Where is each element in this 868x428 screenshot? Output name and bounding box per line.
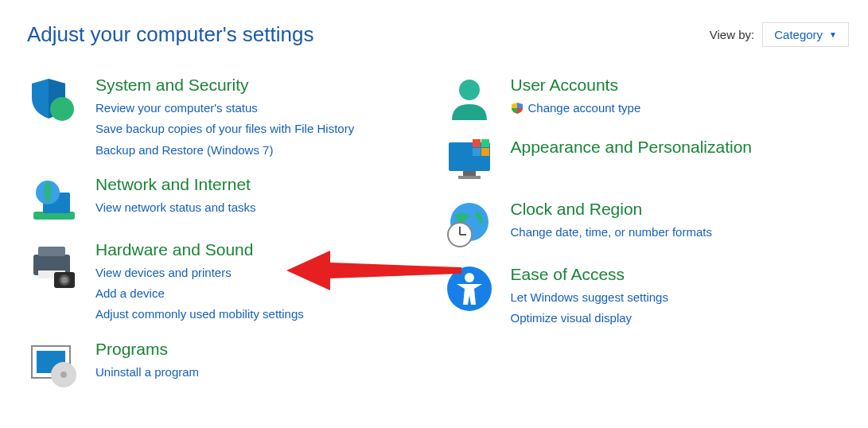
user-icon: [442, 76, 496, 123]
header: Adjust your computer's settings View by:…: [27, 22, 849, 47]
monitor-tiles-icon: [442, 138, 496, 185]
sub-link[interactable]: Change date, time, or number formats: [511, 222, 712, 243]
svg-rect-5: [38, 247, 65, 256]
sub-link[interactable]: Optimize visual display: [511, 308, 668, 329]
svg-point-9: [61, 277, 68, 283]
caret-down-icon: ▼: [829, 30, 837, 39]
uac-shield-icon: [511, 102, 524, 115]
sub-link[interactable]: Uninstall a program: [95, 362, 199, 383]
viewby-label: View by:: [710, 28, 754, 41]
viewby-control: View by: Category ▼: [710, 22, 849, 47]
viewby-select[interactable]: Category ▼: [762, 22, 849, 47]
annotation-arrow-icon: [286, 247, 461, 294]
category-link[interactable]: Appearance and Personalization: [511, 138, 753, 157]
category-columns: System and Security Review your computer…: [27, 76, 849, 405]
category-link[interactable]: Network and Internet: [95, 175, 256, 194]
sub-link[interactable]: Save backup copies of your files with Fi…: [95, 119, 354, 139]
sub-link[interactable]: View network status and tasks: [95, 197, 256, 218]
right-column: User Accounts Change account type Appear…: [442, 76, 850, 405]
category-link[interactable]: Ease of Access: [511, 265, 668, 284]
svg-marker-28: [286, 251, 461, 290]
svg-point-27: [465, 273, 474, 282]
globe-clock-icon: [442, 200, 496, 251]
svg-rect-17: [458, 176, 481, 179]
category-ease-of-access: Ease of Access Let Windows suggest setti…: [442, 265, 850, 329]
programs-disc-icon: [27, 340, 81, 391]
category-user-accounts: User Accounts Change account type: [442, 76, 850, 123]
svg-point-0: [50, 97, 74, 121]
category-system-security: System and Security Review your computer…: [27, 76, 434, 161]
category-link[interactable]: Programs: [95, 340, 199, 359]
category-link[interactable]: Clock and Region: [511, 200, 712, 219]
category-link[interactable]: Hardware and Sound: [95, 240, 304, 259]
category-link[interactable]: System and Security: [95, 76, 354, 95]
svg-rect-21: [481, 148, 489, 156]
category-link[interactable]: User Accounts: [511, 76, 641, 95]
left-column: System and Security Review your computer…: [27, 76, 434, 405]
sub-link[interactable]: Let Windows suggest settings: [511, 287, 668, 308]
category-clock-region: Clock and Region Change date, time, or n…: [442, 200, 850, 251]
svg-point-13: [60, 372, 67, 378]
sub-link[interactable]: View devices and printers: [95, 263, 304, 283]
sub-link[interactable]: Adjust commonly used mobility settings: [95, 304, 304, 325]
sub-link[interactable]: Change account type: [511, 98, 641, 119]
network-globe-icon: [27, 175, 81, 226]
svg-rect-20: [473, 148, 481, 156]
svg-rect-19: [481, 139, 489, 147]
security-shield-icon: [27, 76, 81, 161]
page-title: Adjust your computer's settings: [27, 22, 313, 47]
sub-link[interactable]: Review your computer's status: [95, 98, 354, 119]
svg-rect-18: [473, 139, 481, 147]
sub-link[interactable]: Backup and Restore (Windows 7): [95, 140, 354, 161]
printer-camera-icon: [27, 240, 81, 325]
category-appearance-personalization: Appearance and Personalization: [442, 138, 850, 185]
category-network-internet: Network and Internet View network status…: [27, 175, 434, 226]
svg-point-14: [459, 80, 480, 100]
svg-rect-16: [463, 171, 476, 176]
viewby-value: Category: [774, 28, 823, 41]
sub-link[interactable]: Add a device: [95, 283, 304, 304]
category-programs: Programs Uninstall a program: [27, 340, 434, 391]
